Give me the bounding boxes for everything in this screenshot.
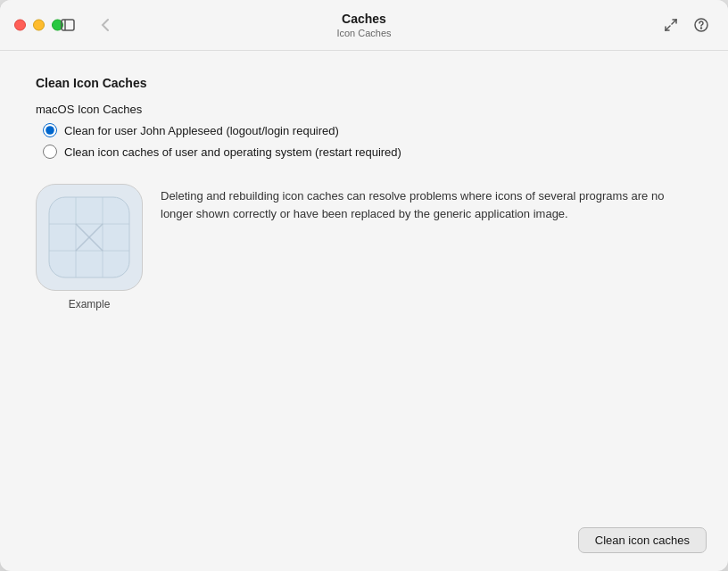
footer: Clean icon caches	[0, 515, 728, 571]
window-subtitle: Icon Caches	[336, 27, 391, 39]
app-window: Caches Icon Caches Clea	[0, 0, 728, 571]
example-icon-container: Example	[36, 184, 143, 310]
svg-rect-0	[62, 20, 74, 30]
example-label: Example	[69, 298, 111, 310]
compress-button[interactable]	[658, 12, 683, 37]
svg-point-9	[701, 28, 702, 29]
radio-option-1[interactable]: Clean for user John Appleseed (logout/lo…	[43, 123, 692, 137]
nav-buttons	[93, 12, 118, 37]
main-content: Clean Icon Caches macOS Icon Caches Clea…	[0, 51, 728, 515]
info-section: Example Deleting and rebuilding icon cac…	[36, 184, 692, 310]
titlebar-center: Caches Icon Caches	[336, 11, 391, 39]
radio-label-2: Clean icon caches of user and operating …	[64, 145, 401, 159]
titlebar-right-buttons	[658, 12, 714, 37]
info-text: Deleting and rebuilding icon caches can …	[161, 184, 678, 222]
minimize-button[interactable]	[33, 20, 45, 31]
close-button[interactable]	[14, 20, 26, 31]
back-button[interactable]	[93, 12, 118, 37]
section-title: Clean Icon Caches	[36, 76, 692, 90]
radio-label-1: Clean for user John Appleseed (logout/lo…	[64, 124, 339, 137]
example-icon-box	[36, 184, 143, 291]
radio-group: Clean for user John Appleseed (logout/lo…	[43, 123, 692, 159]
subsection-label: macOS Icon Caches	[36, 103, 692, 116]
help-button[interactable]	[689, 12, 714, 37]
clean-icon-caches-button[interactable]: Clean icon caches	[578, 527, 707, 553]
radio-option-2[interactable]: Clean icon caches of user and operating …	[43, 145, 692, 159]
titlebar: Caches Icon Caches	[0, 0, 728, 51]
radio-input-2[interactable]	[43, 145, 57, 159]
sidebar-toggle-button[interactable]	[55, 15, 80, 35]
radio-input-1[interactable]	[43, 123, 57, 137]
window-title: Caches	[342, 11, 386, 27]
